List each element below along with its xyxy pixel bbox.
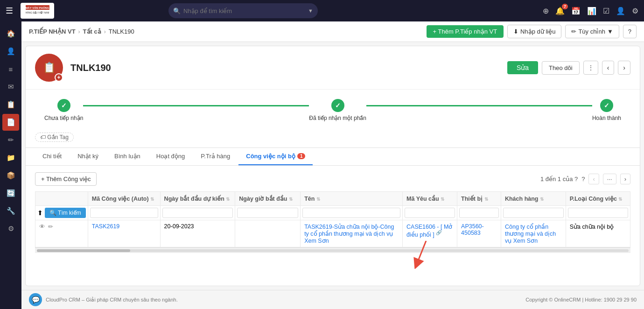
page-more-button[interactable]: ··· — [603, 174, 616, 184]
scrollbar-thumb[interactable] — [37, 249, 130, 252]
row-ploai-cv-value: Sửa chữa nội bộ — [570, 224, 614, 230]
checkbox-icon[interactable]: ☑ — [603, 7, 609, 15]
filter-thiet-bi-input[interactable] — [459, 208, 499, 218]
sidebar-item-list[interactable]: ≡ — [2, 61, 19, 77]
search-input[interactable] — [168, 3, 318, 18]
user-icon[interactable]: 👤 — [616, 7, 625, 15]
row-ma-cv-link[interactable]: TASK2619 — [92, 223, 120, 230]
row-ten-link[interactable]: TASK2619-Sửa chữa nội bộ-Công ty cổ phần… — [304, 224, 394, 244]
record-header-actions: Sửa Theo dõi ⋮ ‹ › — [507, 61, 630, 75]
sort-ploai-cv-icon[interactable]: ⇅ — [618, 197, 622, 202]
sort-khach-hang-icon[interactable]: ⇅ — [540, 197, 544, 202]
svg-text:HÀNG ĐẦU VIỆT NAM: HÀNG ĐẦU VIỆT NAM — [25, 11, 49, 14]
chart-icon[interactable]: 📊 — [587, 7, 596, 15]
row-thiet-bi-link[interactable]: AP3560-450583 — [461, 223, 484, 236]
sidebar-item-folder[interactable]: 📁 — [2, 149, 19, 166]
tags-row: 🏷 Gắn Tag — [26, 131, 640, 147]
settings-icon[interactable]: ⚙ — [632, 7, 638, 15]
calendar-icon[interactable]: 📅 — [571, 7, 581, 15]
more-button[interactable]: ⋮ — [583, 61, 598, 75]
help-button[interactable]: ? — [623, 25, 637, 38]
sort-thiet-bi-icon[interactable]: ⇅ — [484, 197, 488, 202]
row-ma-yc-cell: CASE1606 - [ Mở điều phối ] 🔗 — [403, 220, 457, 247]
upload-filter-icon[interactable]: ⬆ — [37, 209, 43, 217]
step-1[interactable]: ✓ Chưa tiếp nhận — [44, 99, 83, 121]
step-2-circle: ✓ — [331, 99, 344, 112]
breadcrumb-all[interactable]: Tất cả — [83, 28, 101, 35]
notification-icon[interactable]: 🔔 7 — [555, 7, 565, 15]
filter-ma-yc-input[interactable] — [405, 208, 455, 218]
filter-ma-cv-input[interactable] — [90, 208, 158, 218]
filter-ngay-bd-cell — [160, 206, 235, 220]
next-record-button[interactable]: › — [618, 61, 630, 75]
chat-button[interactable]: 💬 — [29, 293, 42, 306]
sidebar-item-home[interactable]: 🏠 — [2, 25, 19, 42]
sort-ngay-gio-icon[interactable]: ⇅ — [289, 197, 293, 202]
filter-ploai-cv-input[interactable] — [568, 208, 628, 218]
pagination-text: 1 đến 1 của ? — [540, 176, 578, 183]
top-navigation: ☰ MÁY VĂN PHÒNG HÀNG ĐẦU VIỆT NAM 🔍 ▼ ⊕ … — [0, 0, 644, 21]
sort-ma-cv-icon[interactable]: ⇅ — [150, 197, 154, 202]
row-edit-icon[interactable]: ✏ — [48, 223, 53, 230]
table-header-row: Mã Công việc (Auto) ⇅ Ngày bắt đầu dự ki… — [35, 192, 630, 206]
tasks-table: Mã Công việc (Auto) ⇅ Ngày bắt đầu dự ki… — [35, 191, 630, 247]
col-actions — [35, 192, 88, 206]
filter-ngay-bd-input[interactable] — [162, 208, 233, 218]
filter-ten-cell — [301, 206, 403, 220]
filter-ngay-gio-input[interactable] — [237, 208, 298, 218]
sidebar-item-mail[interactable]: ✉ — [2, 78, 19, 95]
filter-ten-input[interactable] — [302, 208, 400, 218]
step-3-label: Hoàn thành — [592, 115, 621, 121]
step-3[interactable]: ✓ Hoàn thành — [592, 99, 621, 121]
sidebar-item-tools[interactable]: 🔧 — [2, 203, 19, 219]
table-toolbar: + Thêm Công việc 1 đến 1 của ? ? ‹ ··· › — [35, 172, 630, 186]
page-prev-button[interactable]: ‹ — [588, 174, 599, 184]
sidebar-item-wrench[interactable]: ⚙ — [2, 220, 19, 237]
page-next-button[interactable]: › — [620, 174, 630, 184]
tab-chi-tiet[interactable]: Chi tiết — [35, 148, 69, 165]
col-ngay-gio-label: Ngày giờ bắt đầu — [239, 196, 287, 202]
add-task-button[interactable]: + Thêm Công việc — [35, 172, 97, 186]
row-khach-hang-cell: Công ty cổ phần thương mại và dịch vụ Xe… — [501, 220, 566, 247]
follow-button[interactable]: Theo dõi — [542, 61, 580, 75]
col-ma-yc-label: Mã Yêu cầu — [406, 196, 439, 202]
col-ploai-cv-label: P.Loại Công việc — [570, 196, 617, 202]
record-avatar: 📋 + — [35, 54, 63, 82]
tab-nhat-ky[interactable]: Nhật ký — [70, 148, 106, 165]
sidebar-item-edit[interactable]: ✏ — [2, 132, 19, 148]
search-filter-button[interactable]: 🔍 Tìm kiếm — [45, 208, 86, 218]
add-nav-icon[interactable]: ⊕ — [543, 7, 549, 15]
sort-ngay-bd-icon[interactable]: ⇅ — [226, 197, 230, 202]
tab-p-tra-hang[interactable]: P.Trả hàng — [193, 148, 238, 165]
add-tag-button[interactable]: 🏷 Gắn Tag — [35, 133, 74, 142]
filter-ma-cv-cell — [88, 206, 160, 220]
step-1-label: Chưa tiếp nhận — [44, 115, 83, 121]
filter-khach-hang-cell — [501, 206, 566, 220]
record-title: TNLK190 — [70, 63, 111, 73]
horizontal-scrollbar[interactable] — [35, 247, 630, 253]
row-ma-yc-link[interactable]: CASE1606 - [ Mở điều phối ] 🔗 — [406, 224, 452, 238]
tab-hoat-dong[interactable]: Hoạt động — [149, 148, 193, 165]
customize-button[interactable]: ✏ Tùy chỉnh ▼ — [565, 25, 619, 38]
add-reception-button[interactable]: + Thêm P.Tiếp nhận VT — [427, 25, 504, 38]
col-ma-yc: Mã Yêu cầu ⇅ — [403, 192, 457, 206]
prev-record-button[interactable]: ‹ — [602, 61, 615, 75]
pagination-info: 1 đến 1 của ? ? ‹ ··· › — [540, 174, 630, 184]
breadcrumb-root[interactable]: P.TIẾP NHẬN VT — [29, 28, 76, 35]
import-data-button[interactable]: ⬇ ⬇ Nhập dữ liệu Nhập dữ liệu — [507, 25, 561, 38]
sort-ten-icon[interactable]: ⇅ — [316, 197, 320, 202]
row-khach-hang-link[interactable]: Công ty cổ phần thương mại và dịch vụ Xe… — [505, 224, 556, 244]
sidebar-item-box[interactable]: 📦 — [2, 167, 19, 184]
sidebar-item-person[interactable]: 👤 — [2, 43, 19, 60]
sort-ma-yc-icon[interactable]: ⇅ — [441, 197, 444, 202]
tab-cong-viec-noi-bo[interactable]: Công việc nội bộ 1 — [238, 148, 313, 165]
edit-button[interactable]: Sửa — [507, 61, 538, 74]
sidebar-item-tasks[interactable]: 📋 — [2, 96, 19, 113]
filter-khach-hang-input[interactable] — [503, 208, 564, 218]
sidebar-item-active[interactable]: 📄 — [2, 114, 19, 131]
row-view-icon[interactable]: 👁 — [39, 223, 45, 230]
step-2[interactable]: ✓ Đã tiếp nhận một phần — [309, 99, 366, 121]
sidebar-item-refresh[interactable]: 🔄 — [2, 185, 19, 202]
tab-binh-luan[interactable]: Bình luận — [107, 148, 148, 165]
hamburger-icon[interactable]: ☰ — [6, 6, 13, 16]
